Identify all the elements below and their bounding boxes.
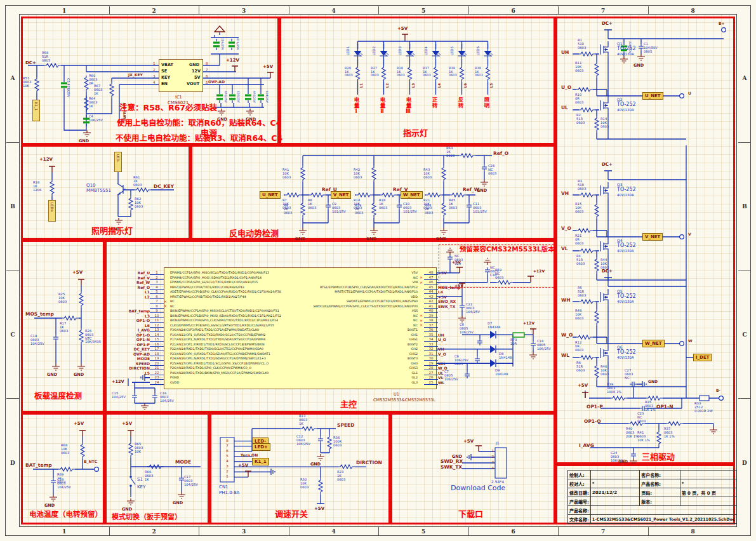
capacitor[interactable]: [630, 382, 637, 387]
port-u[interactable]: [680, 94, 684, 98]
net-dirction[interactable]: DIRCTION: [356, 460, 382, 465]
net-label-port[interactable]: V_NET: [331, 191, 351, 199]
resistor[interactable]: [356, 193, 373, 197]
net-wh[interactable]: WH: [561, 297, 571, 303]
net-v-o[interactable]: V_O: [561, 225, 571, 231]
net-5v[interactable]: +5V: [463, 439, 474, 444]
resistor[interactable]: [79, 291, 83, 308]
net-ul[interactable]: UL: [561, 105, 568, 110]
mosfet[interactable]: [600, 97, 608, 114]
resistor-r73[interactable]: [513, 333, 524, 337]
resistor[interactable]: [356, 65, 360, 82]
resistor[interactable]: [79, 328, 83, 345]
capacitor[interactable]: [326, 203, 331, 210]
resistor[interactable]: [129, 196, 133, 213]
capacitor[interactable]: [245, 91, 251, 103]
port-b-minus[interactable]: [719, 396, 724, 401]
net-b-ntc[interactable]: B_NTC: [84, 459, 97, 464]
net-op1-p[interactable]: OP1-P: [587, 404, 603, 410]
net-swk-tx[interactable]: SWK_TX: [441, 464, 462, 470]
net-12v[interactable]: +12V: [39, 157, 53, 162]
net-label[interactable]: L1: [359, 83, 363, 88]
resistor[interactable]: [579, 356, 595, 359]
net-5v[interactable]: +5V: [454, 283, 463, 288]
net-op1-n[interactable]: OP1-N: [656, 404, 673, 410]
net-label[interactable]: L2: [385, 83, 389, 88]
mosfet[interactable]: [600, 345, 608, 361]
capacitor[interactable]: [482, 164, 487, 171]
resistor[interactable]: [611, 396, 627, 400]
resistor[interactable]: [301, 166, 305, 182]
capacitor[interactable]: [397, 203, 402, 210]
resistor[interactable]: [81, 443, 84, 459]
net-5v[interactable]: +5V: [238, 463, 248, 468]
capacitor[interactable]: [477, 338, 482, 345]
net-b-minus[interactable]: B-: [716, 388, 720, 392]
net-speed[interactable]: SPEED: [337, 422, 354, 428]
net-vh[interactable]: VH: [561, 190, 569, 196]
port-w[interactable]: [680, 342, 684, 346]
resistor[interactable]: [460, 65, 464, 82]
resistor[interactable]: [300, 427, 317, 431]
capacitor[interactable]: [639, 44, 644, 51]
net-5v[interactable]: +5V: [122, 421, 132, 426]
resistor[interactable]: [58, 467, 75, 471]
resistor[interactable]: [338, 465, 355, 469]
net-mos-temp[interactable]: MOS_temp: [25, 311, 54, 317]
resistor[interactable]: [576, 88, 593, 91]
diode[interactable]: [490, 359, 496, 367]
net-bat-temp[interactable]: BAT_temp: [25, 462, 52, 468]
net-dc-key[interactable]: DC_KEY: [154, 184, 174, 189]
net-5v[interactable]: +5V: [397, 26, 408, 31]
net-wl[interactable]: WL: [561, 352, 569, 358]
connector-led-plus[interactable]: LED+: [48, 200, 56, 222]
capacitor[interactable]: [216, 91, 223, 103]
net-label[interactable]: L4: [437, 83, 441, 88]
net-12v[interactable]: +12V: [533, 269, 545, 273]
resistor[interactable]: [579, 108, 595, 112]
switch[interactable]: [129, 476, 135, 487]
resistor[interactable]: [426, 193, 442, 197]
mosfet[interactable]: [600, 238, 608, 255]
capacitor[interactable]: [631, 451, 636, 458]
capacitor[interactable]: [132, 393, 137, 400]
capacitor[interactable]: [475, 356, 480, 363]
port-v[interactable]: [680, 235, 684, 239]
diode[interactable]: [490, 331, 496, 338]
capacitor[interactable]: [460, 303, 465, 310]
port-b-plus[interactable]: [722, 28, 726, 32]
net-label-port[interactable]: I_DET: [693, 354, 712, 361]
resistor[interactable]: [595, 364, 599, 380]
resistor[interactable]: [135, 188, 151, 192]
resistor[interactable]: [129, 441, 133, 458]
net-swd-rx[interactable]: SWD_RX: [441, 458, 463, 464]
resistor[interactable]: [595, 62, 599, 78]
net-label-port[interactable]: W_NET: [642, 340, 665, 347]
resistor[interactable]: [442, 166, 446, 182]
capacitor[interactable]: [229, 91, 235, 103]
transistor[interactable]: [117, 184, 126, 195]
net-12v[interactable]: +12V: [226, 58, 239, 63]
connector-led-minus[interactable]: LED-: [114, 152, 122, 172]
resistor[interactable]: [380, 193, 397, 197]
led-icon[interactable]: [380, 49, 389, 59]
led-icon[interactable]: [354, 49, 363, 59]
resistor[interactable]: [319, 478, 322, 495]
resistor[interactable]: [657, 430, 661, 446]
resistor[interactable]: [595, 309, 599, 326]
resistor[interactable]: [579, 249, 595, 253]
resistor[interactable]: [579, 193, 595, 197]
diode[interactable]: [490, 345, 496, 353]
net-dc[interactable]: DC+: [602, 162, 613, 167]
resistor[interactable]: [434, 65, 438, 82]
resistor[interactable]: [576, 335, 593, 339]
net-dc[interactable]: DC+: [602, 269, 613, 274]
resistor[interactable]: [62, 316, 79, 320]
net-op1-o[interactable]: OP1-O: [584, 418, 601, 424]
net-w-o[interactable]: W_O: [561, 332, 573, 338]
net-5v[interactable]: +5V: [74, 421, 84, 426]
resistor[interactable]: [595, 203, 599, 219]
net-label[interactable]: L5: [489, 83, 493, 88]
capacitor[interactable]: [465, 371, 470, 378]
net-5v[interactable]: +5V: [72, 270, 83, 275]
